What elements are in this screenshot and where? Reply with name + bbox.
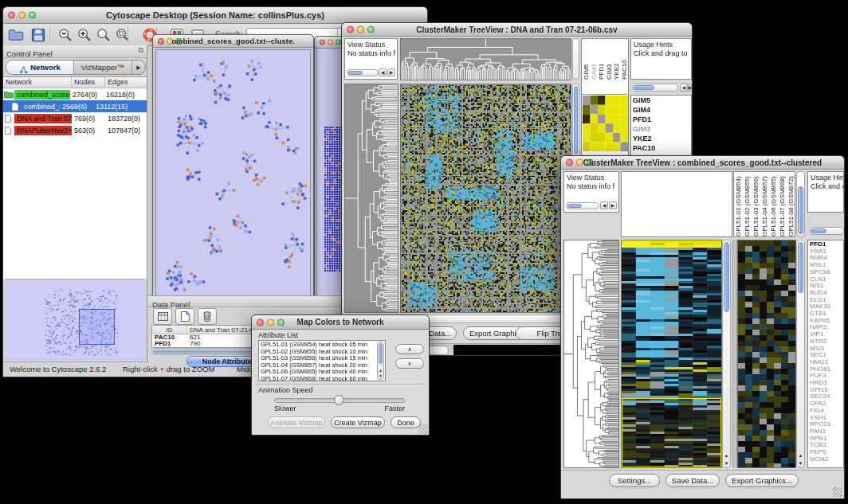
column-dendrogram[interactable] bbox=[400, 38, 571, 80]
column-label[interactable]: GPL51-02 (GSM855) bbox=[744, 172, 752, 236]
scroll-left-icon[interactable]: ◀ bbox=[600, 201, 608, 209]
attribute-table-icon[interactable] bbox=[153, 308, 172, 325]
scroll-left-icon[interactable]: ◀ bbox=[680, 84, 688, 92]
new-attribute-icon[interactable] bbox=[175, 308, 194, 325]
column-label[interactable]: GPL51-01 (GSM854) bbox=[735, 172, 744, 236]
global-heatmap[interactable] bbox=[400, 84, 571, 313]
network-row-name[interactable]: DNA and Tran 07 bbox=[14, 114, 72, 123]
close-icon[interactable] bbox=[8, 12, 15, 19]
scroll-down-icon[interactable]: ▼ bbox=[378, 373, 383, 378]
export-graphics-button[interactable]: Export Graphics... bbox=[725, 474, 799, 487]
network-canvas[interactable] bbox=[155, 49, 311, 299]
column-header-edges[interactable]: Edges bbox=[105, 77, 147, 88]
done-button[interactable]: Done bbox=[391, 416, 421, 428]
column-label[interactable]: PFD1 bbox=[598, 39, 606, 80]
slider-thumb[interactable] bbox=[334, 395, 344, 405]
column-label[interactable]: GPL51-04 (GSM857) bbox=[761, 172, 770, 236]
scroll-down-icon[interactable]: ▼ bbox=[797, 461, 804, 466]
main-titlebar[interactable]: Cytoscape Desktop (Session Name: collins… bbox=[3, 7, 427, 24]
network-overview-panel[interactable] bbox=[5, 279, 145, 362]
column-tree-panel[interactable] bbox=[621, 171, 732, 237]
table-row[interactable]: RNAPuberNov2+! 563(0) 107847(0) bbox=[3, 124, 147, 136]
move-down-button[interactable]: ∨ bbox=[395, 358, 424, 369]
gene-label[interactable]: MON2 bbox=[808, 456, 843, 463]
zoom-vscrollbar[interactable]: ▲ ▼ bbox=[796, 240, 805, 468]
scroll-up-icon[interactable]: ▲ bbox=[378, 368, 383, 373]
zoom-in-icon[interactable] bbox=[77, 27, 92, 43]
treeview1-titlebar[interactable]: ClusterMaker TreeView : DNA and Tran 07-… bbox=[342, 23, 692, 37]
tab-overflow-button[interactable]: ▶ bbox=[132, 61, 145, 74]
global-heatmap[interactable] bbox=[621, 240, 722, 468]
column-label[interactable]: YKE2 bbox=[613, 39, 621, 80]
row-dendrogram[interactable] bbox=[344, 84, 398, 313]
resize-grip[interactable] bbox=[418, 424, 428, 434]
zoom-window-icon[interactable] bbox=[336, 40, 341, 45]
column-label[interactable]: PAC10 bbox=[621, 39, 629, 80]
gene-label[interactable]: PFD1 bbox=[631, 115, 691, 124]
delete-attribute-icon[interactable] bbox=[198, 308, 217, 325]
attribute-item[interactable]: GPL51-07 (GSM868) heat shock 60 min bbox=[259, 376, 385, 381]
scroll-right-icon[interactable]: ▶ bbox=[688, 84, 692, 92]
scroll-down-icon[interactable]: ▼ bbox=[723, 461, 730, 466]
usage-hints-scrollbar[interactable] bbox=[809, 227, 844, 235]
network-overview-canvas[interactable] bbox=[6, 280, 144, 361]
gene-label[interactable]: GIM4 bbox=[631, 105, 691, 115]
close-icon[interactable] bbox=[566, 159, 573, 166]
zoom-heatmap[interactable] bbox=[737, 240, 796, 468]
column-label[interactable]: GPL51-03 (GSM856) bbox=[752, 172, 761, 236]
heatmap-vscrollbar[interactable]: ▲ ▼ bbox=[722, 240, 731, 468]
save-icon[interactable] bbox=[30, 27, 46, 43]
create-vizmap-button[interactable]: Create Vizmap bbox=[331, 416, 385, 428]
scrollbar-thumb[interactable] bbox=[567, 204, 582, 208]
scroll-right-icon[interactable]: ▶ bbox=[387, 68, 395, 76]
network-row-name[interactable]: combined_scores bbox=[14, 90, 70, 100]
view-status-scrollbar[interactable] bbox=[347, 69, 379, 76]
column-label[interactable]: GIM3 bbox=[606, 39, 614, 80]
open-icon[interactable] bbox=[8, 27, 24, 43]
close-icon[interactable] bbox=[320, 40, 325, 45]
tab-network[interactable]: Network bbox=[6, 61, 74, 74]
scrollbar-thumb[interactable] bbox=[574, 86, 578, 154]
settings-button[interactable]: Settings... bbox=[609, 474, 660, 487]
column-label[interactable]: GPL51-06 (GSM865) bbox=[770, 172, 779, 236]
resize-grip[interactable] bbox=[833, 487, 842, 497]
scrollbar-thumb[interactable] bbox=[811, 229, 826, 233]
scroll-right-icon[interactable]: ▶ bbox=[609, 201, 617, 209]
scrollbar-thumb[interactable] bbox=[798, 242, 803, 293]
column-header-nodes[interactable]: Nodes bbox=[72, 77, 105, 88]
treeview2-titlebar[interactable]: ClusterMaker TreeView : combined_scores_… bbox=[561, 156, 844, 170]
zoom-selected-icon[interactable] bbox=[115, 27, 131, 43]
column-label[interactable]: GPL51-07 (GSM868) bbox=[779, 172, 787, 236]
float-panel-icon[interactable]: ⧉ bbox=[139, 46, 143, 55]
dialog-titlebar[interactable]: Map Colors to Network bbox=[252, 315, 429, 330]
save-data-button[interactable]: Save Data... bbox=[665, 474, 720, 487]
column-header-id[interactable]: ID bbox=[152, 326, 187, 334]
column-label[interactable]: GIM4 bbox=[591, 39, 599, 80]
tab-vizmapper[interactable]: VizMapper™ bbox=[74, 61, 132, 74]
move-up-button[interactable]: ∧ bbox=[395, 344, 424, 354]
scroll-left-icon[interactable]: ◀ bbox=[379, 68, 387, 76]
scroll-up-icon[interactable]: ▲ bbox=[797, 453, 804, 458]
table-row-selected[interactable]: combined_sco 2569(6) 13112(15) bbox=[3, 100, 147, 112]
animate-vizmap-button[interactable]: Animate Vizmap bbox=[268, 416, 325, 428]
zoom-heatmap[interactable] bbox=[583, 96, 628, 151]
scrollbar-thumb[interactable] bbox=[379, 343, 383, 364]
zoom-fit-icon[interactable] bbox=[96, 27, 112, 43]
network-row-name[interactable]: RNAPuberNov2+! bbox=[14, 126, 72, 135]
column-label[interactable]: GPL51-08 (GSM872) bbox=[787, 172, 795, 236]
gene-label[interactable]: PAC10 bbox=[631, 143, 691, 153]
view-status-scrollbar[interactable] bbox=[566, 202, 599, 209]
table-row[interactable]: DNA and Tran 07 769(0) 183728(0) bbox=[3, 112, 147, 124]
scroll-up-icon[interactable]: ▲ bbox=[723, 453, 730, 458]
gene-label[interactable]: GIM5 bbox=[631, 96, 691, 105]
minimize-icon[interactable] bbox=[328, 40, 333, 45]
animation-speed-slider[interactable] bbox=[274, 398, 405, 403]
zoom-out-icon[interactable] bbox=[57, 27, 73, 43]
column-label[interactable]: GIM5 bbox=[583, 39, 591, 80]
close-icon[interactable] bbox=[347, 26, 354, 33]
scrollbar-thumb[interactable] bbox=[634, 85, 654, 90]
scrollbar-thumb[interactable] bbox=[798, 186, 803, 234]
network-row-name[interactable]: combined_sco bbox=[22, 102, 60, 111]
gene-label[interactable]: GIM3 bbox=[631, 124, 691, 134]
labels-vscrollbar[interactable] bbox=[796, 171, 805, 237]
